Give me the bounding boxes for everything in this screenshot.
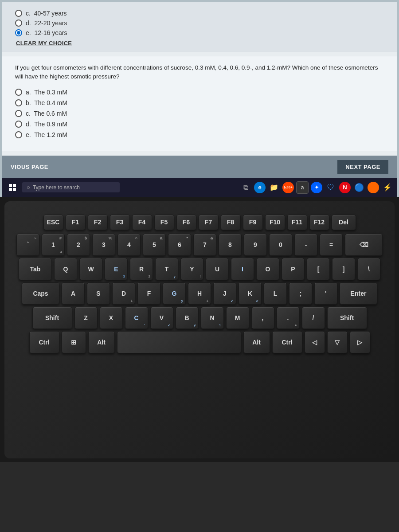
key-q[interactable]: Q: [54, 258, 77, 280]
key-comma[interactable]: ,: [251, 307, 274, 329]
key-ctrl-right[interactable]: Ctrl: [272, 331, 302, 353]
key-f7[interactable]: F7: [199, 215, 219, 230]
key-backspace[interactable]: ⌫: [345, 234, 383, 256]
key-esc[interactable]: ESC: [43, 215, 63, 230]
key-y[interactable]: Y!: [180, 258, 203, 280]
key-caps[interactable]: Caps: [22, 282, 59, 305]
key-b[interactable]: By: [176, 307, 199, 329]
key-minus[interactable]: -: [294, 234, 317, 256]
key-shift-left[interactable]: Shift: [32, 307, 72, 329]
key-6[interactable]: *6: [168, 234, 191, 256]
key-m[interactable]: M: [226, 307, 249, 329]
antivirus-icon[interactable]: 🛡: [325, 181, 337, 194]
key-semicolon[interactable]: ;: [289, 282, 312, 305]
key-x[interactable]: X: [100, 307, 123, 329]
key-7[interactable]: &7: [193, 234, 216, 256]
key-ctrl-left[interactable]: Ctrl: [29, 331, 59, 353]
next-page-button[interactable]: NEXT PAGE: [337, 160, 388, 174]
key-0[interactable]: 0: [269, 234, 292, 256]
key-alt-left[interactable]: Alt: [88, 331, 115, 353]
key-l[interactable]: L: [264, 282, 287, 305]
radio-e[interactable]: [15, 29, 22, 36]
answer-option-d[interactable]: d. The 0.9 mM: [15, 121, 384, 128]
key-bracket-open[interactable]: [: [307, 258, 330, 280]
netflix-icon[interactable]: N: [339, 182, 351, 193]
key-d[interactable]: D1: [112, 282, 135, 305]
key-f8[interactable]: F8: [221, 215, 241, 230]
files-icon[interactable]: 📁: [268, 181, 280, 194]
key-del[interactable]: Del: [332, 215, 356, 230]
key-f10[interactable]: F10: [265, 215, 285, 230]
key-a[interactable]: A: [62, 282, 85, 305]
option-e[interactable]: e. 12-16 years: [15, 29, 384, 36]
key-f9[interactable]: F9: [243, 215, 263, 230]
key-c[interactable]: C': [125, 307, 148, 329]
key-r[interactable]: R2: [130, 258, 153, 280]
task-view-icon[interactable]: ⧉: [239, 181, 252, 194]
key-z[interactable]: Z: [74, 307, 98, 329]
key-shift-right[interactable]: Shift: [327, 307, 367, 329]
key-arrow-right[interactable]: ▷: [350, 331, 370, 353]
key-f3[interactable]: F3: [110, 215, 130, 230]
key-j[interactable]: J↙: [213, 282, 236, 305]
key-k[interactable]: K↙: [239, 282, 262, 305]
key-v[interactable]: V↙: [150, 307, 173, 329]
key-tilde[interactable]: ~`: [16, 234, 39, 256]
key-enter[interactable]: Enter: [340, 282, 377, 305]
other-icon[interactable]: ⚡: [381, 181, 394, 194]
key-p[interactable]: P: [282, 258, 305, 280]
key-1[interactable]: #14: [42, 234, 65, 256]
answer-option-a[interactable]: a. The 0.3 mM: [15, 89, 384, 96]
taskbar-search-box[interactable]: ○ Type here to search: [22, 182, 120, 192]
key-f6[interactable]: F6: [176, 215, 196, 230]
key-h[interactable]: H1: [188, 282, 211, 305]
clear-choice-button[interactable]: CLEAR MY CHOICE: [16, 40, 384, 47]
chrome-icon[interactable]: 🔵: [353, 181, 365, 194]
key-alt-right[interactable]: Alt: [243, 331, 270, 353]
key-f11[interactable]: F11: [287, 215, 307, 230]
key-2[interactable]: $2: [67, 234, 90, 256]
radio-ans-e[interactable]: [15, 131, 22, 138]
key-n[interactable]: N1: [201, 307, 224, 329]
key-slash[interactable]: /: [302, 307, 325, 329]
radio-ans-a[interactable]: [15, 89, 22, 96]
key-3[interactable]: %3: [92, 234, 115, 256]
key-t[interactable]: Ty: [155, 258, 178, 280]
key-f2[interactable]: F2: [88, 215, 108, 230]
key-f1[interactable]: F1: [66, 215, 86, 230]
key-period[interactable]: .●: [277, 307, 300, 329]
key-quote[interactable]: ': [314, 282, 337, 305]
key-o[interactable]: O: [256, 258, 279, 280]
radio-ans-c[interactable]: [15, 110, 22, 117]
windows-button[interactable]: [5, 180, 20, 195]
key-f5[interactable]: F5: [154, 215, 174, 230]
answer-option-b[interactable]: b. The 0.4 mM: [15, 99, 384, 106]
radio-c[interactable]: [15, 10, 22, 17]
radio-d[interactable]: [15, 20, 22, 27]
dropbox-icon[interactable]: ✦: [311, 182, 322, 193]
option-c[interactable]: c. 40-57 years: [15, 10, 384, 17]
key-f12[interactable]: F12: [309, 215, 329, 230]
key-5[interactable]: &5: [143, 234, 166, 256]
option-d[interactable]: d. 22-20 years: [15, 20, 384, 27]
key-arrow-left[interactable]: ◁: [305, 331, 325, 353]
key-tab[interactable]: Tab: [19, 258, 52, 280]
key-s[interactable]: S: [87, 282, 110, 305]
radio-ans-d[interactable]: [15, 121, 22, 128]
key-9[interactable]: 9: [244, 234, 267, 256]
key-equals[interactable]: =: [320, 234, 343, 256]
key-f4[interactable]: F4: [132, 215, 152, 230]
some-app-icon[interactable]: 599+: [282, 182, 294, 193]
edge-icon[interactable]: e: [254, 182, 266, 193]
answer-option-e[interactable]: e. The 1.2 mM: [15, 131, 384, 138]
prev-page-button[interactable]: VIOUS PAGE: [11, 164, 48, 170]
key-space[interactable]: [117, 331, 241, 353]
key-bracket-close[interactable]: ]: [332, 258, 355, 280]
key-w[interactable]: W: [79, 258, 102, 280]
key-e[interactable]: E3: [105, 258, 128, 280]
key-win[interactable]: ⊞: [62, 331, 86, 353]
key-8[interactable]: 8: [219, 234, 242, 256]
text-icon[interactable]: a: [296, 181, 309, 194]
key-f[interactable]: F: [137, 282, 160, 305]
key-arrow-down[interactable]: ▽: [327, 331, 348, 353]
